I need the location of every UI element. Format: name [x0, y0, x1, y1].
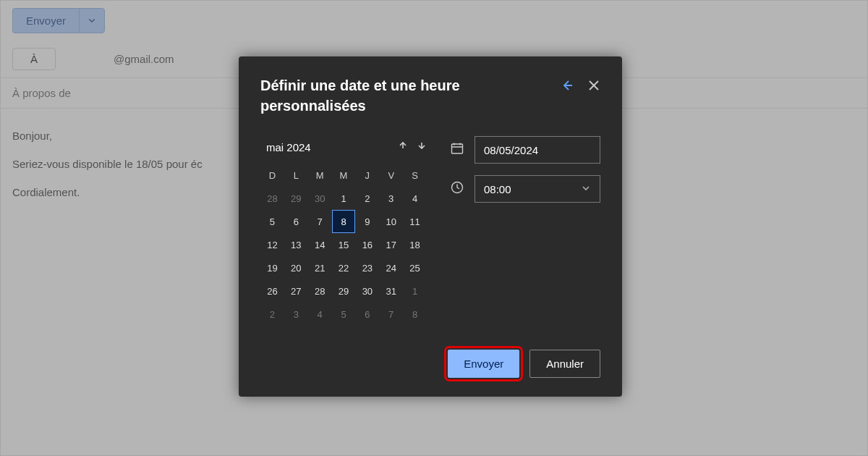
calendar-day-header: V	[379, 164, 403, 187]
schedule-dialog: Définir une date et une heure personnali…	[239, 56, 622, 397]
calendar-day[interactable]: 5	[260, 210, 284, 233]
calendar-day[interactable]: 8	[332, 210, 356, 233]
calendar-day[interactable]: 29	[332, 279, 356, 303]
calendar-day[interactable]: 26	[260, 279, 284, 303]
calendar-day[interactable]: 28	[260, 187, 284, 210]
dialog-header: Définir une date et une heure personnali…	[260, 75, 600, 116]
calendar-day[interactable]: 2	[260, 303, 284, 326]
calendar-day-header: D	[260, 164, 284, 187]
calendar-day[interactable]: 30	[308, 187, 332, 210]
calendar-day[interactable]: 31	[379, 279, 403, 303]
calendar-day-header: M	[308, 164, 332, 187]
calendar-day[interactable]: 29	[284, 187, 308, 210]
calendar-day[interactable]: 24	[379, 256, 403, 279]
calendar-day[interactable]: 30	[355, 279, 379, 303]
calendar-day[interactable]: 3	[379, 187, 403, 210]
calendar-day[interactable]: 1	[403, 279, 427, 303]
calendar-day[interactable]: 17	[379, 233, 403, 256]
dialog-actions: Envoyer Annuler	[448, 350, 600, 378]
calendar-day[interactable]: 21	[308, 256, 332, 279]
prev-month-icon[interactable]	[398, 140, 408, 153]
calendar-day[interactable]: 4	[403, 187, 427, 210]
dialog-cancel-button[interactable]: Annuler	[529, 350, 600, 378]
time-select[interactable]: 08:00	[475, 175, 600, 203]
calendar-day[interactable]: 3	[284, 303, 308, 326]
calendar-day[interactable]: 22	[332, 256, 356, 279]
calendar-month-label[interactable]: mai 2024	[266, 141, 398, 153]
chevron-down-icon	[581, 183, 591, 195]
calendar-day-header: L	[284, 164, 308, 187]
date-value: 08/05/2024	[484, 144, 538, 156]
calendar-icon	[450, 141, 464, 159]
calendar-day[interactable]: 18	[403, 233, 427, 256]
time-value: 08:00	[484, 183, 511, 195]
calendar-day[interactable]: 11	[403, 210, 427, 233]
calendar-day[interactable]: 4	[308, 303, 332, 326]
calendar-day[interactable]: 6	[355, 303, 379, 326]
back-icon[interactable]	[560, 78, 574, 93]
calendar-day[interactable]: 23	[355, 256, 379, 279]
calendar-day[interactable]: 19	[260, 256, 284, 279]
calendar-day[interactable]: 10	[379, 210, 403, 233]
calendar-day-header: J	[355, 164, 379, 187]
calendar-day[interactable]: 13	[284, 233, 308, 256]
date-input[interactable]: 08/05/2024	[475, 136, 600, 164]
datetime-fields: 08/05/2024 08:00	[450, 136, 600, 326]
calendar-day[interactable]: 20	[284, 256, 308, 279]
calendar-day[interactable]: 7	[308, 210, 332, 233]
dialog-title: Définir une date et une heure personnali…	[260, 75, 560, 116]
calendar-day-header: M	[332, 164, 356, 187]
calendar-day[interactable]: 5	[332, 303, 356, 326]
svg-rect-0	[452, 144, 463, 153]
calendar-day[interactable]: 7	[379, 303, 403, 326]
calendar-day[interactable]: 28	[308, 279, 332, 303]
calendar: mai 2024 DLMMJVS282930123456789101112131…	[260, 136, 427, 326]
clock-icon	[450, 180, 464, 198]
calendar-day[interactable]: 8	[403, 303, 427, 326]
next-month-icon[interactable]	[417, 140, 427, 153]
calendar-day[interactable]: 6	[284, 210, 308, 233]
calendar-day[interactable]: 9	[355, 210, 379, 233]
calendar-day[interactable]: 15	[332, 233, 356, 256]
calendar-grid: DLMMJVS282930123456789101112131415161718…	[260, 164, 427, 326]
calendar-day[interactable]: 1	[332, 187, 356, 210]
calendar-day[interactable]: 2	[355, 187, 379, 210]
calendar-day[interactable]: 12	[260, 233, 284, 256]
dialog-send-button[interactable]: Envoyer	[448, 350, 519, 378]
calendar-day[interactable]: 14	[308, 233, 332, 256]
calendar-day[interactable]: 25	[403, 256, 427, 279]
calendar-day[interactable]: 16	[355, 233, 379, 256]
calendar-day-header: S	[403, 164, 427, 187]
calendar-day[interactable]: 27	[284, 279, 308, 303]
close-icon[interactable]	[587, 78, 600, 93]
